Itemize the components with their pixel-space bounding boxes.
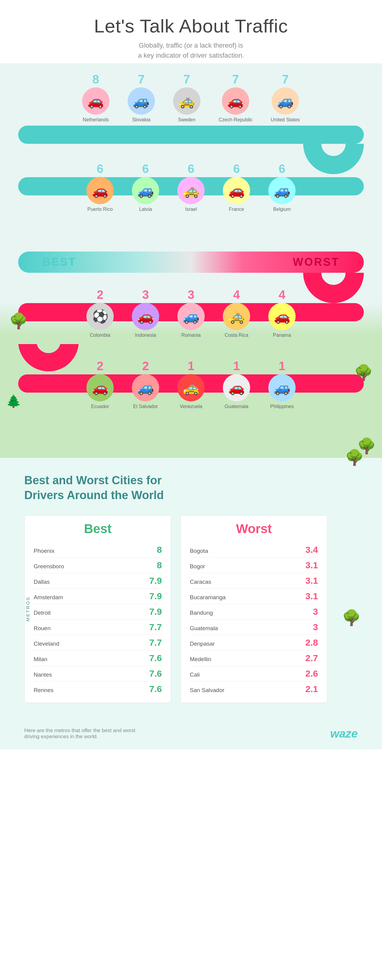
worst-city-row: Caracas 3.1 <box>190 573 318 589</box>
country-item: 6 🚕 Israel <box>178 162 204 212</box>
car-icon: 🚙 <box>268 374 296 401</box>
worst-city-row: Guatemala 3 <box>190 620 318 635</box>
page-title: Let's Talk About Traffic <box>6 15 376 37</box>
tree-icon: 🌳 <box>345 449 364 466</box>
worst-city-row: Denpasar 2.8 <box>190 635 318 651</box>
worst-city-row: Bucaramanga 3.1 <box>190 589 318 604</box>
best-cities-box: Best Phoenix 8 Greensboro 8 Dallas 7.9 A… <box>24 515 171 703</box>
subtitle: Globally, traffic (or a lack thereof) is… <box>6 40 376 60</box>
best-label: BEST <box>43 256 76 269</box>
country-item: 4 🚗 Panama <box>268 288 296 338</box>
car-icon: 🚙 <box>128 88 155 115</box>
worst-label: WORST <box>293 256 339 269</box>
car-icon: 🚙 <box>178 303 204 330</box>
best-city-row: Phoenix 8 <box>34 542 162 558</box>
country-item: 6 🚗 France <box>223 162 250 212</box>
car-icon: 🚗 <box>222 88 249 115</box>
country-item: 6 🚗 Puerto Rico <box>86 162 114 212</box>
country-item: 7 🚗 Czech Republic <box>219 73 252 123</box>
country-item: 2 🚙 El Salvador <box>132 359 159 409</box>
car-icon: 🚙 <box>272 88 299 115</box>
country-item: 3 🚙 Romania <box>178 288 204 338</box>
car-icon: 🚗 <box>86 177 114 204</box>
country-item: 6 🚙 Latvia <box>132 162 159 212</box>
best-city-row: Dallas 7.9 <box>34 573 162 589</box>
car-icon: 🚗 <box>82 88 109 115</box>
best-cities-title: Best <box>34 522 162 536</box>
best-city-row: Rennes 7.6 <box>34 681 162 697</box>
car-icon: 🚗 <box>268 303 296 330</box>
car-icon: 🚙 <box>268 177 296 204</box>
waze-logo: waze <box>330 727 358 740</box>
cities-section-title: Best and Worst Cities forDrivers Around … <box>24 473 358 503</box>
country-item: 3 🚗 Indonesia <box>132 288 159 338</box>
worst-countries-row1: 2 ⚽ Colombia 3 🚗 Indonesia 3 🚙 Romania <box>0 285 382 341</box>
car-icon: 🚗 <box>86 374 114 401</box>
worst-cities-title: Worst <box>190 522 318 536</box>
road-illustration: 8 🚗 Netherlands 7 🚙 Slovakia 7 🚕 Sweden … <box>0 64 382 458</box>
worst-city-row: San Salvador 2.1 <box>190 681 318 697</box>
worst-city-row: Bandung 3 <box>190 604 318 620</box>
curve-left-1 <box>0 221 382 251</box>
country-item: 2 🚗 Ecuador <box>86 359 114 409</box>
car-icon: 🚗 <box>223 177 250 204</box>
best-countries-row: 8 🚗 Netherlands 7 🚙 Slovakia 7 🚕 Sweden … <box>0 70 382 126</box>
worst-city-row: Bogota 3.4 <box>190 542 318 558</box>
tree-icon: 🌳 <box>342 609 361 627</box>
car-icon: ⚽ <box>86 303 114 330</box>
worst-countries-row2: 2 🚗 Ecuador 2 🚙 El Salvador 1 🚕 Venezuel… <box>0 356 382 412</box>
best-countries-row2: 6 🚗 Puerto Rico 6 🚙 Latvia 6 🚕 Israel 6 … <box>0 159 382 215</box>
car-icon: 🚙 <box>132 177 159 204</box>
best-city-row: Amsterdam 7.9 <box>34 589 162 604</box>
country-item: 1 🚗 Guatemala <box>223 359 250 409</box>
car-icon: 🚕 <box>178 374 204 401</box>
best-city-row: Nantes 7.6 <box>34 666 162 681</box>
car-icon: 🚕 <box>178 177 204 204</box>
worst-city-row: Medellin 2.7 <box>190 651 318 666</box>
country-item: 1 🚕 Venezuela <box>178 359 204 409</box>
best-worst-bar: BEST WORST <box>18 251 364 273</box>
worst-city-row: Bogor 3.1 <box>190 558 318 573</box>
car-icon: 🚗 <box>223 374 250 401</box>
country-item: 1 🚙 Philippines <box>268 359 296 409</box>
country-item: 4 🚕 Costa Rica <box>223 288 250 338</box>
teal-road-strip-1 <box>18 126 364 144</box>
footer: Here are the metros that offer the best … <box>0 721 382 749</box>
cities-grid: METROS Best Phoenix 8 Greensboro 8 Dalla… <box>24 515 327 703</box>
best-city-row: Rouen 7.7 <box>34 620 162 635</box>
best-city-row: Cleveland 7.7 <box>34 635 162 651</box>
car-icon: 🚕 <box>173 88 200 115</box>
country-item: 7 🚕 Sweden <box>173 73 200 123</box>
car-icon: 🚙 <box>132 374 159 401</box>
best-city-row: Milan 7.6 <box>34 651 162 666</box>
cities-section: 🌳 Best and Worst Cities forDrivers Aroun… <box>0 458 382 721</box>
country-item: 8 🚗 Netherlands <box>82 73 109 123</box>
worst-city-row: Cali 2.6 <box>190 666 318 681</box>
road-spacer <box>0 434 382 458</box>
country-item: 7 🚙 United States <box>271 73 300 123</box>
country-item: 7 🚙 Slovakia <box>128 73 155 123</box>
best-city-row: Detroit 7.9 <box>34 604 162 620</box>
car-icon: 🚕 <box>223 303 250 330</box>
country-item: 2 ⚽ Colombia <box>86 288 114 338</box>
country-item: 6 🚙 Belgium <box>268 162 296 212</box>
worst-cities-box: Worst Bogota 3.4 Bogor 3.1 Caracas 3.1 B… <box>181 515 327 703</box>
footer-text: Here are the metros that offer the best … <box>24 727 135 740</box>
car-icon: 🚗 <box>132 303 159 330</box>
best-city-row: Greensboro 8 <box>34 558 162 573</box>
metros-label: METROS <box>25 597 30 621</box>
header: Let's Talk About Traffic Globally, traff… <box>0 0 382 64</box>
